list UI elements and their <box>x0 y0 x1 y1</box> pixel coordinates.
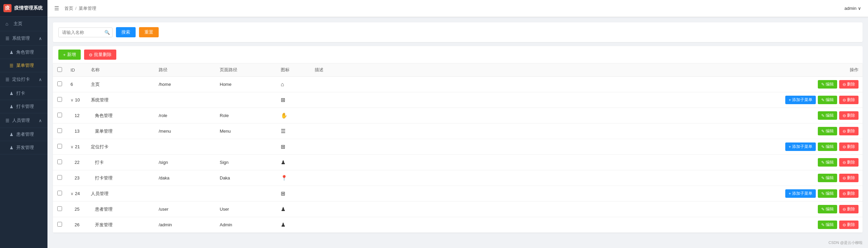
expand-icon[interactable]: ∨ <box>71 191 74 196</box>
row-name: 系统管理 <box>87 92 155 108</box>
sidebar-item-system[interactable]: ☰ 系统管理 ∧ <box>0 31 47 46</box>
row-checkbox[interactable] <box>57 222 62 227</box>
row-path: /admin <box>155 217 216 233</box>
row-desc <box>311 217 378 233</box>
row-page-path: Role <box>216 108 277 123</box>
edit-icon: ✎ <box>821 207 825 212</box>
col-path: 路径 <box>155 63 216 77</box>
del-icon: ⊖ <box>843 223 846 227</box>
ops-cell: +添加子菜单 ✎编辑 ⊖删除 <box>382 96 859 104</box>
row-path: /role <box>155 108 216 123</box>
sidebar-logo-text: 疫情管理系统 <box>14 5 43 11</box>
edit-button[interactable]: ✎编辑 <box>818 189 837 198</box>
delete-button[interactable]: ⊖删除 <box>839 221 859 229</box>
row-desc <box>311 186 378 202</box>
sidebar-item-checkin-label: 定位打卡 <box>12 76 30 82</box>
expand-icon[interactable]: ∨ <box>71 98 74 102</box>
breadcrumb-home[interactable]: 首页 <box>64 5 73 12</box>
ops-cell: ✎编辑 ⊖删除 <box>382 158 859 167</box>
col-icon: 图标 <box>277 63 311 77</box>
row-desc <box>311 170 378 186</box>
delete-button[interactable]: ⊖删除 <box>839 142 859 151</box>
row-checkbox[interactable] <box>57 159 62 164</box>
batch-delete-button[interactable]: ⊖ 批量删除 <box>84 50 116 60</box>
action-bar: + 新增 ⊖ 批量删除 <box>53 46 863 63</box>
admin-label: admin <box>845 6 856 11</box>
row-checkbox[interactable] <box>57 81 62 86</box>
row-page-path: Sign <box>216 155 277 170</box>
delete-button[interactable]: ⊖删除 <box>839 189 859 198</box>
delete-button[interactable]: ⊖删除 <box>839 127 859 135</box>
row-name: 开发管理 <box>87 217 155 233</box>
edit-button[interactable]: ✎编辑 <box>818 205 837 213</box>
row-checkbox[interactable] <box>57 191 62 195</box>
edit-button[interactable]: ✎编辑 <box>818 158 837 167</box>
row-desc <box>311 155 378 170</box>
edit-button[interactable]: ✎编辑 <box>818 111 837 120</box>
col-ops: 操作 <box>378 63 863 77</box>
row-checkbox[interactable] <box>57 206 62 211</box>
row-path: /menu <box>155 123 216 139</box>
search-button[interactable]: 搜索 <box>116 27 136 37</box>
topbar-menu-icon[interactable]: ☰ <box>54 5 59 12</box>
row-desc <box>311 108 378 123</box>
row-page-path: User <box>216 202 277 217</box>
table-container: + 新增 ⊖ 批量删除 ID 名称 路径 <box>53 46 863 233</box>
ops-cell: ✎编辑 ⊖删除 <box>382 221 859 229</box>
del-icon: ⊖ <box>843 113 846 118</box>
edit-icon: ✎ <box>821 145 825 149</box>
sidebar-item-people[interactable]: ☰ 人员管理 ∧ <box>0 113 47 128</box>
del-icon: ⊖ <box>843 207 846 212</box>
menu-table: ID 名称 路径 页面路径 图标 描述 操作 6 <box>53 63 863 233</box>
col-page-path: 页面路径 <box>216 63 277 77</box>
sidebar-item-menu[interactable]: ☰ 菜单管理 <box>0 59 47 72</box>
breadcrumb-sep: / <box>75 6 77 11</box>
edit-button[interactable]: ✎编辑 <box>818 174 837 182</box>
add-sub-button[interactable]: +添加子菜单 <box>785 96 816 104</box>
row-id: 26 <box>66 217 87 233</box>
row-icon: ♟ <box>277 155 311 170</box>
sidebar-item-sign[interactable]: ♟ 打卡 <box>0 87 47 100</box>
row-checkbox[interactable] <box>57 175 62 180</box>
edit-button[interactable]: ✎编辑 <box>818 127 837 135</box>
row-path: /sign <box>155 155 216 170</box>
add-sub-button[interactable]: +添加子菜单 <box>785 189 816 198</box>
row-checkbox[interactable] <box>57 144 62 149</box>
row-name: 打卡管理 <box>87 170 155 186</box>
ops-cell: ✎编辑 ⊖删除 <box>382 111 859 120</box>
reset-button[interactable]: 重置 <box>139 27 159 37</box>
delete-button[interactable]: ⊖删除 <box>839 158 859 167</box>
edit-button[interactable]: ✎编辑 <box>818 80 837 89</box>
sidebar-item-patient[interactable]: ♟ 患者管理 <box>0 128 47 141</box>
add-button[interactable]: + 新增 <box>58 50 81 60</box>
row-checkbox[interactable] <box>57 97 62 102</box>
system-icon: ☰ <box>5 36 9 41</box>
sidebar-logo: 疫 疫情管理系统 <box>0 0 47 17</box>
sidebar-item-dev[interactable]: ♟ 开发管理 <box>0 141 47 154</box>
sidebar-item-home[interactable]: ⌂ 主页 <box>0 17 47 31</box>
sidebar-item-role[interactable]: ♟ 角色管理 <box>0 46 47 59</box>
delete-button[interactable]: ⊖删除 <box>839 80 859 89</box>
sidebar-item-daka[interactable]: ♟ 打卡管理 <box>0 100 47 113</box>
delete-button[interactable]: ⊖删除 <box>839 205 859 213</box>
row-checkbox[interactable] <box>57 113 62 117</box>
search-bar: 🔍 搜索 重置 <box>53 22 863 42</box>
edit-icon: ✎ <box>821 98 825 102</box>
select-all-checkbox[interactable] <box>57 67 62 72</box>
delete-button[interactable]: ⊖删除 <box>839 96 859 104</box>
expand-icon[interactable]: ∨ <box>71 145 74 149</box>
row-page-path: Admin <box>216 217 277 233</box>
delete-button[interactable]: ⊖删除 <box>839 174 859 182</box>
row-name: 角色管理 <box>87 108 155 123</box>
topbar-right: admin ∨ <box>845 6 861 11</box>
delete-button[interactable]: ⊖删除 <box>839 111 859 120</box>
logo-icon: 疫 <box>3 4 12 12</box>
add-sub-button[interactable]: +添加子菜单 <box>785 142 816 151</box>
edit-button[interactable]: ✎编辑 <box>818 221 837 229</box>
row-checkbox[interactable] <box>57 128 62 133</box>
sidebar-item-checkin[interactable]: ☰ 定位打卡 ∧ <box>0 72 47 87</box>
edit-button[interactable]: ✎编辑 <box>818 142 837 151</box>
batch-delete-label: 批量删除 <box>94 52 112 58</box>
edit-button[interactable]: ✎编辑 <box>818 96 837 104</box>
row-path <box>155 139 216 155</box>
